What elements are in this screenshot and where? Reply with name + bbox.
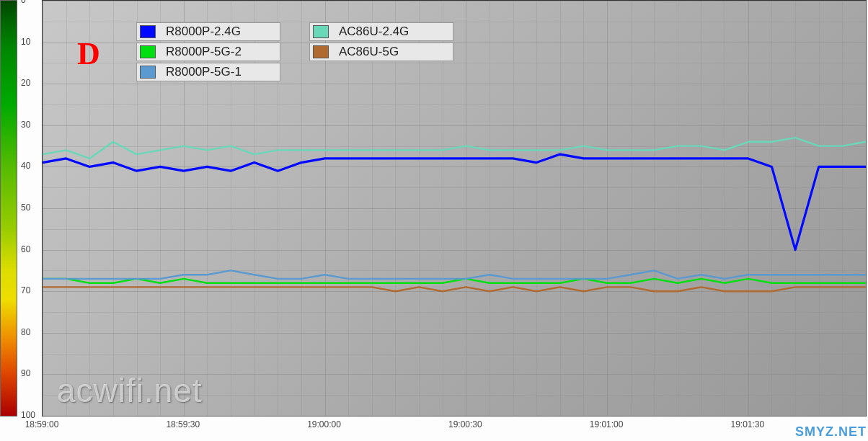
y-tick-label: 70: [21, 285, 30, 295]
legend-label: AC86U-2.4G: [339, 24, 409, 39]
series-R8000P-5G-2: [43, 279, 866, 283]
legend-label: R8000P-5G-2: [166, 45, 242, 59]
chart-container: 0102030405060708090100 D R8000P-2.4GR800…: [0, 0, 868, 441]
legend-item: AC86U-5G: [309, 43, 453, 61]
series-R8000P-2.4G: [43, 154, 866, 250]
legend-item: R8000P-5G-1: [136, 63, 280, 81]
x-tick-label: 19:01:00: [590, 419, 624, 429]
legend-swatch: [140, 45, 156, 58]
x-tick-label: 19:00:00: [307, 419, 341, 429]
x-tick-label: 18:59:00: [25, 419, 59, 429]
legend-swatch: [313, 25, 329, 38]
y-tick-label: 80: [21, 327, 30, 337]
annotation-letter: D: [77, 35, 100, 72]
x-tick-label: 19:00:30: [448, 419, 482, 429]
legend-item: AC86U-2.4G: [309, 22, 453, 41]
legend-item: R8000P-5G-2: [136, 43, 280, 61]
legend: R8000P-2.4GR8000P-5G-2R8000P-5G-1 AC86U-…: [136, 22, 453, 81]
x-tick-label: 19:01:30: [730, 419, 764, 429]
series-AC86U-2.4G: [43, 138, 866, 159]
y-tick-label: 100: [21, 410, 35, 420]
legend-label: R8000P-5G-1: [166, 65, 242, 79]
legend-label: R8000P-2.4G: [166, 24, 241, 39]
legend-item: R8000P-2.4G: [136, 22, 280, 41]
x-tick-label: 18:59:30: [166, 419, 200, 429]
legend-swatch: [140, 66, 156, 79]
y-tick-label: 10: [21, 37, 30, 47]
legend-label: AC86U-5G: [339, 45, 399, 59]
y-tick-label: 90: [21, 368, 30, 378]
signal-strength-gradient: [0, 0, 17, 416]
legend-column-1: R8000P-2.4GR8000P-5G-2R8000P-5G-1: [136, 22, 280, 81]
y-tick-label: 50: [21, 202, 30, 213]
legend-swatch: [140, 25, 156, 38]
watermark-smyz: SMYZ.NET: [795, 424, 867, 440]
series-R8000P-5G-1: [43, 270, 866, 279]
y-tick-label: 60: [21, 244, 30, 254]
plot-area: D R8000P-2.4GR8000P-5G-2R8000P-5G-1 AC86…: [42, 0, 867, 416]
y-tick-label: 20: [21, 78, 30, 88]
y-tick-label: 0: [21, 0, 26, 5]
legend-column-2: AC86U-2.4GAC86U-5G: [309, 22, 453, 81]
y-tick-label: 40: [21, 161, 30, 171]
legend-swatch: [313, 45, 329, 58]
watermark-acwifi: acwifi.net: [57, 371, 203, 410]
y-tick-label: 30: [21, 120, 30, 130]
